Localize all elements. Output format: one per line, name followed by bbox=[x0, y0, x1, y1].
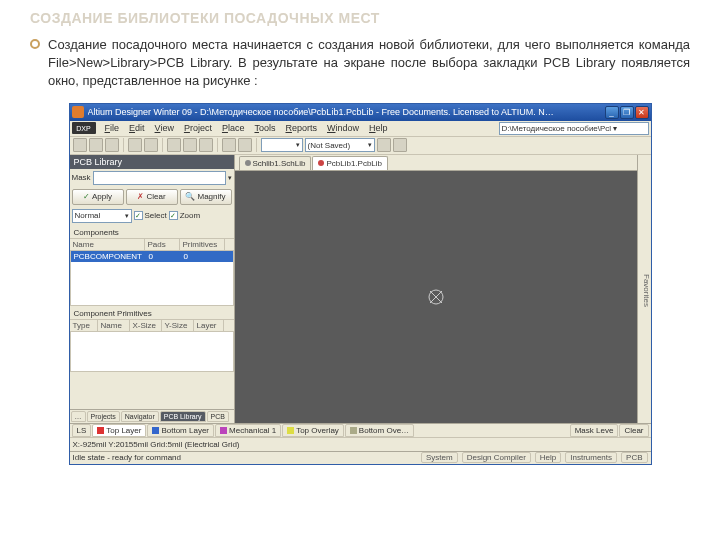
titlebar: Altium Designer Winter 09 - D:\Методичес… bbox=[70, 104, 651, 121]
status-coords-row: X:-925mil Y:20155mil Grid:5mil (Electric… bbox=[70, 437, 651, 451]
layer-top-overlay[interactable]: Top Overlay bbox=[282, 424, 344, 437]
status-idle: Idle state - ready for command bbox=[73, 453, 182, 462]
primitives-grid-header: Type Name X-Size Y-Size Layer bbox=[70, 319, 234, 332]
layer-tabs: LS Top Layer Bottom Layer Mechanical 1 T… bbox=[70, 423, 651, 437]
mode-dropdown[interactable] bbox=[261, 138, 303, 152]
titlebar-text: Altium Designer Winter 09 - D:\Методичес… bbox=[88, 107, 605, 117]
mask-label: Mask bbox=[72, 173, 91, 182]
select-checkbox[interactable]: ✓Select bbox=[134, 211, 167, 220]
path-field[interactable]: D:\Методическое пособие\Pcl ▾ bbox=[499, 122, 649, 135]
separator bbox=[162, 138, 163, 152]
layer-top[interactable]: Top Layer bbox=[92, 424, 146, 437]
layer-mechanical[interactable]: Mechanical 1 bbox=[215, 424, 281, 437]
magnify-button[interactable]: 🔍Magnify bbox=[180, 189, 232, 205]
menu-window[interactable]: Window bbox=[322, 122, 364, 134]
maximize-button[interactable]: ❐ bbox=[620, 106, 634, 119]
clear-mask-button[interactable]: Clear bbox=[619, 424, 648, 437]
tab-more[interactable]: … bbox=[71, 411, 86, 422]
pcb-library-panel: PCB Library Mask ▾ ✓Apply ✗Clear 🔍Magnif… bbox=[70, 155, 235, 423]
status-design-compiler-button[interactable]: Design Compiler bbox=[462, 452, 531, 463]
toolbar: (Not Saved) bbox=[70, 137, 651, 155]
tool-extra1-icon[interactable] bbox=[377, 138, 391, 152]
menu-project[interactable]: Project bbox=[179, 122, 217, 134]
separator bbox=[217, 138, 218, 152]
menu-help[interactable]: Help bbox=[364, 122, 393, 134]
app-icon bbox=[72, 106, 84, 118]
tool-redo-icon[interactable] bbox=[238, 138, 252, 152]
pcb-canvas[interactable] bbox=[235, 171, 637, 423]
tool-open-icon[interactable] bbox=[89, 138, 103, 152]
table-row[interactable]: PCBCOMPONENT 0 0 bbox=[71, 251, 233, 262]
tab-pcb[interactable]: PCB bbox=[207, 411, 229, 422]
dxp-logo[interactable]: DXP bbox=[72, 122, 96, 134]
menu-view[interactable]: View bbox=[150, 122, 179, 134]
panel-header: PCB Library bbox=[70, 155, 234, 169]
panel-bottom-tabs: … Projects Navigator PCB Library PCB bbox=[70, 409, 234, 423]
document-tabs: Schlib1.SchLib PcbLib1.PcbLib bbox=[235, 155, 637, 171]
mask-level-button[interactable]: Mask Leve bbox=[570, 424, 619, 437]
menubar: DXP File Edit View Project Place Tools R… bbox=[70, 121, 651, 137]
menu-edit[interactable]: Edit bbox=[124, 122, 150, 134]
status-system-button[interactable]: System bbox=[421, 452, 458, 463]
tab-navigator[interactable]: Navigator bbox=[121, 411, 159, 422]
statusbar: Idle state - ready for command System De… bbox=[70, 451, 651, 464]
slide-body-text: Создание посадочного места начинается с … bbox=[48, 37, 690, 88]
menu-place[interactable]: Place bbox=[217, 122, 250, 134]
canvas-area: Schlib1.SchLib PcbLib1.PcbLib bbox=[235, 155, 637, 423]
layer-ls[interactable]: LS bbox=[72, 424, 92, 437]
tab-projects[interactable]: Projects bbox=[87, 411, 120, 422]
doc-tab-schlib[interactable]: Schlib1.SchLib bbox=[239, 156, 312, 170]
menu-file[interactable]: File bbox=[100, 122, 125, 134]
menu-reports[interactable]: Reports bbox=[280, 122, 322, 134]
tool-copy-icon[interactable] bbox=[183, 138, 197, 152]
zoom-checkbox[interactable]: ✓Zoom bbox=[169, 211, 200, 220]
tool-print-icon[interactable] bbox=[128, 138, 142, 152]
tab-pcb-library[interactable]: PCB Library bbox=[160, 411, 206, 422]
bullet-icon bbox=[30, 39, 40, 49]
primitives-grid[interactable] bbox=[70, 332, 234, 372]
status-instruments-button[interactable]: Instruments bbox=[565, 452, 617, 463]
tool-undo-icon[interactable] bbox=[222, 138, 236, 152]
tab-favorites[interactable]: Favorites bbox=[642, 274, 651, 307]
doc-tab-pcblib[interactable]: PcbLib1.PcbLib bbox=[312, 156, 388, 170]
components-grid[interactable]: PCBCOMPONENT 0 0 bbox=[70, 251, 234, 306]
status-pcb-button[interactable]: PCB bbox=[621, 452, 647, 463]
tool-cut-icon[interactable] bbox=[167, 138, 181, 152]
slide-title: СОЗДАНИЕ БИБЛИОТЕКИ ПОСАДОЧНЫХ МЕСТ bbox=[30, 10, 690, 26]
status-coords: X:-925mil Y:20155mil Grid:5mil (Electric… bbox=[73, 440, 240, 449]
separator bbox=[123, 138, 124, 152]
components-label: Components bbox=[70, 225, 234, 238]
clear-button[interactable]: ✗Clear bbox=[126, 189, 178, 205]
saved-dropdown[interactable]: (Not Saved) bbox=[305, 138, 375, 152]
right-dock-tabs: Favorites Clipboard Libraries bbox=[637, 155, 651, 423]
mask-dropdown-icon[interactable]: ▾ bbox=[228, 174, 232, 182]
slide-body: Создание посадочного места начинается с … bbox=[30, 36, 690, 91]
status-help-button[interactable]: Help bbox=[535, 452, 561, 463]
close-button[interactable]: ✕ bbox=[635, 106, 649, 119]
app-window: Altium Designer Winter 09 - D:\Методичес… bbox=[69, 103, 652, 465]
minimize-button[interactable]: _ bbox=[605, 106, 619, 119]
layer-bottom-overlay[interactable]: Bottom Ove… bbox=[345, 424, 414, 437]
tool-extra2-icon[interactable] bbox=[393, 138, 407, 152]
apply-button[interactable]: ✓Apply bbox=[72, 189, 124, 205]
mask-input[interactable] bbox=[93, 171, 226, 185]
tool-save-icon[interactable] bbox=[105, 138, 119, 152]
tool-new-icon[interactable] bbox=[73, 138, 87, 152]
layer-bottom[interactable]: Bottom Layer bbox=[147, 424, 214, 437]
primitives-label: Component Primitives bbox=[70, 306, 234, 319]
menu-tools[interactable]: Tools bbox=[249, 122, 280, 134]
separator bbox=[256, 138, 257, 152]
components-grid-header: Name Pads Primitives bbox=[70, 238, 234, 251]
tool-zoom-icon[interactable] bbox=[144, 138, 158, 152]
tool-paste-icon[interactable] bbox=[199, 138, 213, 152]
origin-marker-icon bbox=[427, 288, 445, 306]
normal-dropdown[interactable]: Normal bbox=[72, 209, 132, 223]
